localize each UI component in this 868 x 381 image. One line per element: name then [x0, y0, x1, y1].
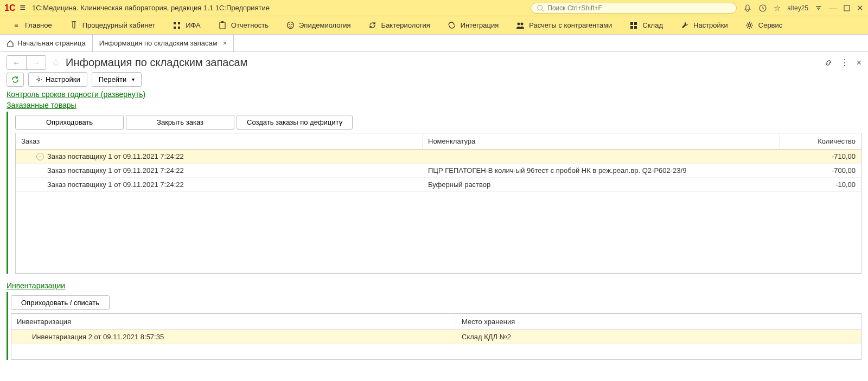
inventory-link[interactable]: Инвентаризации	[7, 281, 65, 290]
cell-order: Заказ поставщику 1 от 09.11.2021 7:24:22	[47, 152, 184, 160]
cell-nomenclature: Буферный раствор	[423, 178, 780, 191]
user-name[interactable]: altey25	[787, 4, 808, 12]
table-body: − Заказ поставщику 1 от 09.11.2021 7:24:…	[16, 150, 861, 273]
close-order-button[interactable]: Закрыть заказ	[126, 115, 234, 130]
settings-button[interactable]: Настройки	[28, 72, 87, 87]
minimize-icon[interactable]: —	[829, 3, 837, 12]
inventory-toolbar: Оприходовать / списать	[9, 292, 861, 313]
svg-rect-22	[630, 26, 633, 29]
table-header: Заказ Номенклатура Количество	[16, 133, 861, 150]
refresh-button[interactable]	[7, 73, 24, 87]
table-row[interactable]: Инвентаризация 2 от 09.11.2021 8:57:35 С…	[11, 330, 861, 344]
tab-home[interactable]: Начальная страница	[0, 35, 93, 51]
cell-quantity: -10,00	[780, 178, 861, 191]
tab-label: Информация по складским запасам	[99, 39, 218, 47]
header-order[interactable]: Заказ	[16, 133, 423, 149]
users-icon	[516, 21, 525, 30]
tab-stock-info[interactable]: Информация по складским запасам ×	[93, 35, 234, 51]
back-button[interactable]: ←	[7, 56, 26, 69]
menu-warehouse[interactable]: Склад	[622, 18, 671, 33]
create-orders-button[interactable]: Создать заказы по дефициту	[237, 115, 353, 130]
main-menu-bar: ≡ Главное Процедурный кабинет ИФА Отчетн…	[0, 16, 868, 35]
close-icon[interactable]: ✕	[857, 3, 864, 13]
blocks-icon	[629, 21, 638, 30]
svg-point-25	[38, 79, 40, 81]
ordered-goods-link[interactable]: Заказанные товары	[7, 101, 76, 109]
bell-icon[interactable]	[743, 4, 752, 12]
expiry-control-link[interactable]: Контроль сроков годности (развернуть)	[7, 90, 145, 99]
menu-epidem[interactable]: Эпидемиология	[278, 18, 359, 33]
menu-service[interactable]: Сервис	[738, 18, 790, 33]
main-menu-icon[interactable]: ≡	[20, 2, 25, 14]
menu-main[interactable]: ≡ Главное	[4, 18, 60, 33]
title-bar: 1C ≡ 1С:Медицина. Клиническая лаборатори…	[0, 0, 868, 16]
cell-quantity: -710,00	[780, 150, 861, 163]
table-body: Инвентаризация 2 от 09.11.2021 8:57:35 С…	[11, 330, 861, 359]
svg-point-0	[538, 5, 542, 10]
header-nomenclature[interactable]: Номенклатура	[423, 133, 780, 149]
menu-integration[interactable]: Интеграция	[440, 18, 507, 33]
more-icon[interactable]: ⋮	[840, 57, 849, 68]
action-row: Настройки Перейти	[7, 72, 861, 87]
table-row-group[interactable]: − Заказ поставщику 1 от 09.11.2021 7:24:…	[16, 150, 861, 164]
header-location[interactable]: Место хранения	[456, 314, 861, 330]
svg-point-16	[289, 24, 290, 25]
cell-inventory: Инвентаризация 2 от 09.11.2021 8:57:35	[11, 330, 456, 344]
star-icon[interactable]: ☆	[774, 3, 781, 13]
table-row[interactable]: Заказ поставщику 1 от 09.11.2021 7:24:22…	[16, 178, 861, 192]
header-quantity[interactable]: Количество	[780, 133, 861, 149]
svg-rect-12	[178, 27, 180, 29]
global-search[interactable]	[531, 3, 737, 14]
menu-label: Интеграция	[461, 21, 499, 29]
menu-payments[interactable]: Расчеты с контрагентами	[508, 18, 620, 33]
svg-rect-7	[73, 22, 75, 28]
history-icon[interactable]	[758, 4, 767, 12]
grid-icon	[173, 21, 181, 30]
refresh-icon	[11, 76, 19, 83]
maximize-icon[interactable]	[844, 5, 850, 11]
cell-order: Заказ поставщику 1 от 09.11.2021 7:24:22	[16, 178, 423, 191]
cell-location: Склад КДЛ №2	[456, 330, 861, 344]
header-inventory[interactable]: Инвентаризация	[11, 314, 456, 330]
receive-writeoff-button[interactable]: Оприходовать / списать	[11, 295, 110, 310]
menu-label: Эпидемиология	[299, 21, 351, 29]
menu-reports[interactable]: Отчетность	[210, 18, 276, 33]
filter-icon[interactable]	[815, 4, 822, 12]
favorite-icon[interactable]: ☆	[52, 57, 60, 69]
menu-label: Главное	[25, 21, 52, 29]
tab-close-icon[interactable]: ×	[223, 39, 227, 47]
svg-rect-6	[844, 5, 850, 11]
gear-icon	[35, 76, 42, 83]
svg-line-1	[542, 9, 544, 11]
ordered-goods-panel: Оприходовать Закрыть заказ Создать заказ…	[7, 112, 861, 274]
home-icon	[7, 40, 14, 47]
wrench-icon	[680, 21, 689, 30]
button-label: Перейти	[99, 75, 127, 83]
menu-label: Настройки	[693, 21, 728, 29]
close-page-icon[interactable]: ×	[857, 58, 861, 68]
forward-button[interactable]: →	[26, 56, 46, 69]
svg-rect-11	[174, 27, 176, 29]
menu-bacteriology[interactable]: Бактериология	[361, 18, 438, 33]
svg-point-19	[521, 22, 524, 25]
menu-icon: ≡	[12, 21, 21, 30]
receive-button[interactable]: Оприходовать	[15, 115, 124, 130]
table-row[interactable]: Заказ поставщику 1 от 09.11.2021 7:24:22…	[16, 164, 861, 178]
menu-settings[interactable]: Настройки	[673, 18, 736, 33]
menu-label: Отчетность	[231, 21, 269, 29]
svg-rect-20	[630, 22, 633, 25]
app-logo: 1C	[4, 3, 15, 13]
ordered-table: Заказ Номенклатура Количество − Заказ по…	[15, 133, 861, 274]
menu-procedural[interactable]: Процедурный кабинет	[62, 18, 163, 33]
ordered-toolbar: Оприходовать Закрыть заказ Создать заказ…	[9, 112, 861, 133]
svg-point-15	[287, 22, 293, 29]
tube-icon	[69, 21, 78, 30]
menu-ifa[interactable]: ИФА	[165, 18, 208, 33]
link-icon[interactable]	[824, 59, 833, 67]
sync-icon	[448, 21, 456, 30]
svg-point-24	[748, 24, 751, 27]
collapse-icon[interactable]: −	[36, 153, 44, 160]
goto-button[interactable]: Перейти	[92, 72, 142, 87]
tab-label: Начальная страница	[17, 39, 86, 47]
search-input[interactable]	[547, 4, 731, 12]
